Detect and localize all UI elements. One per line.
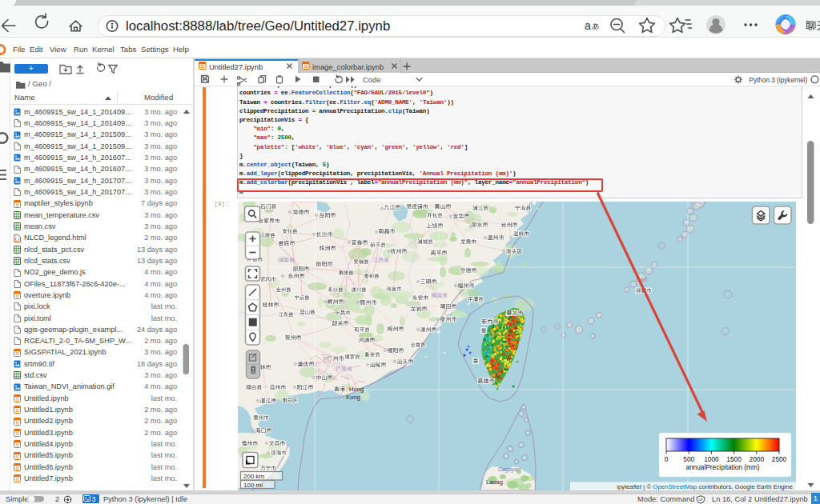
svg-text:ipyleaflet | © OpenStreetMap c: ipyleaflet | © OpenStreetMap contributor… bbox=[617, 483, 793, 490]
svg-text:100 mi: 100 mi bbox=[243, 482, 263, 489]
svg-text:Cagayan: Cagayan bbox=[498, 466, 521, 473]
svg-text:Python 3 (ipykernel): Python 3 (ipykernel) bbox=[749, 76, 807, 83]
svg-text:Laoag: Laoag bbox=[486, 478, 503, 486]
svg-text:Hong: Hong bbox=[349, 386, 364, 393]
svg-text:annualPrecipitation (mm): annualPrecipitation (mm) bbox=[685, 463, 759, 471]
svg-text:2500: 2500 bbox=[772, 455, 787, 463]
svg-text:1500: 1500 bbox=[726, 455, 742, 463]
svg-text:200 km: 200 km bbox=[243, 473, 265, 480]
svg-text:500: 500 bbox=[683, 455, 694, 463]
svg-text:0: 0 bbox=[665, 455, 669, 463]
svg-text:Code: Code bbox=[363, 74, 380, 83]
svg-text:1000: 1000 bbox=[704, 455, 719, 463]
svg-text:2000: 2000 bbox=[750, 455, 765, 463]
svg-text:Kong: Kong bbox=[346, 394, 360, 401]
